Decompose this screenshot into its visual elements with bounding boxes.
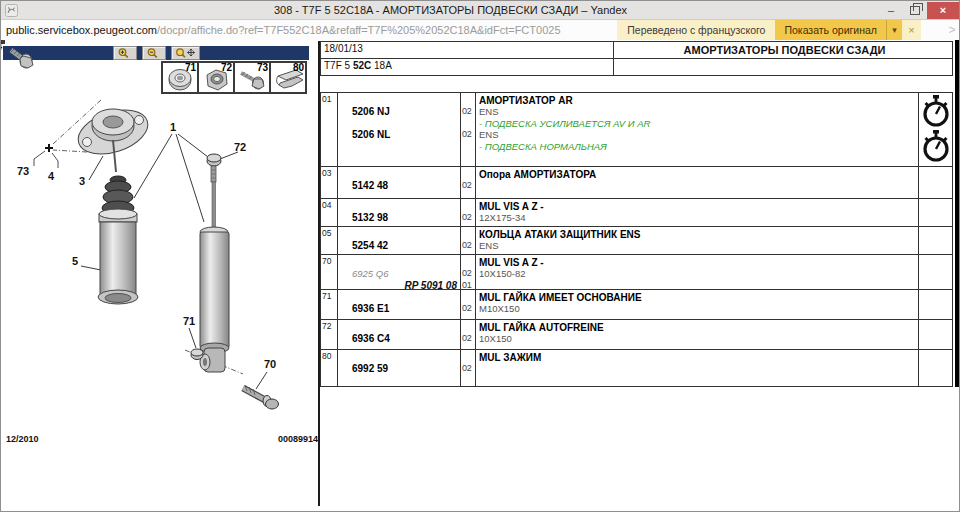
description-line: Опора АМОРТИЗАТОРА	[479, 169, 918, 180]
parts-row[interactable]: 05 5254 42 02КОЛЬЦА АТАКИ ЗАЩИТНИК ENSEN…	[321, 226, 952, 254]
document-header: 18/01/13 АМОРТИЗАТОРЫ ПОДВЕСКИ СЗАДИ T7F…	[320, 41, 953, 76]
diagram-number: 00089914	[278, 434, 318, 444]
address-bar[interactable]: public.servicebox.peugeot.com/docpr/affi…	[1, 20, 959, 41]
translate-dropdown-button[interactable]: ▾	[886, 20, 902, 40]
labor-time-icon[interactable]	[921, 129, 951, 164]
row-number: 80	[321, 350, 338, 386]
document-title: АМОРТИЗАТОРЫ ПОДВЕСКИ СЗАДИ	[613, 42, 952, 58]
description-line: 10X150-82	[479, 268, 918, 279]
parts-row[interactable]: 70 6925 Q6RP 5091 08 0201MUL VIS A Z -10…	[321, 254, 952, 289]
quantity-value	[462, 169, 475, 180]
description-line: ENS	[479, 106, 918, 117]
description-line: MUL VIS A Z -	[479, 257, 918, 268]
row-number: 01	[321, 93, 338, 166]
description-line: АМОРТИЗАТОР AR	[479, 95, 918, 106]
part-number	[352, 257, 460, 268]
row-number: 70	[321, 255, 338, 289]
diagram-callout-3: 3	[79, 176, 85, 187]
part-number-column: 6925 Q6RP 5091 08	[338, 255, 461, 289]
labor-time-icon[interactable]	[921, 94, 951, 129]
quantity-column: 02	[461, 167, 476, 198]
part-number: 5132 98	[352, 212, 460, 223]
quantity-column: 02	[461, 199, 476, 226]
description-line: ENS	[479, 240, 918, 251]
parts-row[interactable]: 71 6936 E1 02MUL ГАЙКА ИМЕЕТ ОСНОВАНИЕM1…	[321, 289, 952, 319]
part-number: 5206 NJ	[352, 106, 460, 117]
diagram-callout-1: 1	[170, 122, 176, 133]
translate-close-button[interactable]: ×	[902, 20, 921, 40]
description-column: MUL VIS A Z -10X150-82	[476, 255, 919, 289]
header-empty-cell	[613, 58, 952, 75]
description-line: MUL ГАЙКА ИМЕЕТ ОСНОВАНИЕ	[479, 292, 918, 303]
parts-row[interactable]: 03 5142 48 02Опора АМОРТИЗАТОРА	[321, 166, 952, 198]
quantity-column: 0201	[461, 255, 476, 289]
diagram-callout-4: 4	[48, 171, 54, 182]
quantity-value	[462, 95, 475, 106]
description-line: ENS	[479, 129, 918, 140]
part-number: 5254 42	[352, 240, 460, 251]
labor-time-column	[919, 199, 952, 226]
description-column: MUL ЗАЖИМ	[476, 350, 919, 386]
parts-document: 18/01/13 АМОРТИЗАТОРЫ ПОДВЕСКИ СЗАДИ T7F…	[318, 40, 960, 511]
description-column: MUL VIS A Z -12X175-34	[476, 199, 919, 226]
part-number-column: 6992 59	[338, 350, 461, 386]
diagram-callout-71: 71	[183, 316, 195, 327]
diagram-callout-5: 5	[72, 256, 78, 267]
description-line: - ПОДВЕСКА НОРМАЛЬНАЯ	[479, 141, 918, 152]
part-number	[352, 141, 460, 152]
part-number: 5142 48	[352, 180, 460, 191]
part-number	[352, 229, 460, 240]
show-original-button[interactable]: Показать оригинал	[775, 20, 886, 40]
page-content: 4 71727380	[1, 40, 959, 511]
labor-time-column	[919, 227, 952, 254]
chevron-down-icon: ▾	[892, 25, 897, 35]
quantity-value: 02	[462, 129, 475, 140]
part-number: 6936 C4	[352, 333, 460, 344]
description-line: MUL ЗАЖИМ	[479, 352, 918, 363]
minimize-button[interactable]: –	[879, 2, 903, 19]
description-column: АМОРТИЗАТОР ARENS- ПОДВЕСКА УСИЛИВАЕТСЯ …	[476, 93, 919, 166]
labor-time-column	[919, 320, 952, 349]
quantity-column: 02	[461, 227, 476, 254]
description-line	[479, 363, 918, 374]
diagram-callout-70: 70	[264, 359, 276, 370]
labor-time-column	[919, 255, 952, 289]
description-column: КОЛЬЦА АТАКИ ЗАЩИТНИК ENSENS	[476, 227, 919, 254]
part-number	[352, 118, 460, 129]
description-column: MUL ГАЙКА AUTOFREINE10X150	[476, 320, 919, 349]
description-line: 10X150	[479, 333, 918, 344]
diagram-panel: 4 71727380	[1, 40, 318, 511]
parts-row[interactable]: 04 5132 98 02MUL VIS A Z -12X175-34	[321, 198, 952, 226]
code-suffix: 18A	[371, 60, 392, 71]
part-number	[352, 322, 460, 333]
expand-arrow-icon[interactable]: >	[945, 20, 959, 40]
close-button[interactable]: ×	[927, 2, 959, 19]
parts-diagram	[1, 40, 318, 512]
description-line: 12X175-34	[479, 212, 918, 223]
reference-cross-mark	[45, 144, 53, 152]
title-bar[interactable]: 308 - T7F 5 52C18A - АМОРТИЗАТОРЫ ПОДВЕС…	[1, 1, 959, 20]
quantity-value: 02	[462, 212, 475, 223]
url-text[interactable]: public.servicebox.peugeot.com/docpr/affi…	[1, 20, 617, 40]
part-number-column: 6936 E1	[338, 290, 461, 319]
quantity-value: 02	[462, 333, 475, 344]
url-path: /docpr/affiche.do?ref=T7F552C18A&refaff=…	[157, 24, 560, 36]
parts-row[interactable]: 01 5206 NJ 5206 NL 02 02 АМОРТИЗАТОР ARE…	[321, 93, 952, 166]
description-column: Опора АМОРТИЗАТОРА	[476, 167, 919, 198]
translate-status: Переведено с французского	[617, 20, 775, 40]
part-number-column: 5206 NJ 5206 NL	[338, 93, 461, 166]
part-number	[352, 352, 460, 363]
part-number-column: 5142 48	[338, 167, 461, 198]
parts-table-body: 01 5206 NJ 5206 NL 02 02 АМОРТИЗАТОР ARE…	[320, 92, 953, 387]
shock-absorber-boot-drawing	[98, 176, 138, 304]
part-number-column: 6936 C4	[338, 320, 461, 349]
restore-button[interactable]	[903, 2, 927, 19]
description-line: M10X150	[479, 303, 918, 314]
description-line: MUL VIS A Z -	[479, 201, 918, 212]
labor-time-column	[919, 93, 952, 166]
diagram-callout-72: 72	[234, 142, 246, 153]
part-number: 6936 E1	[352, 303, 460, 314]
parts-row[interactable]: 72 6936 C4 02MUL ГАЙКА AUTOFREINE10X150	[321, 319, 952, 349]
parts-row[interactable]: 80 6992 59 02MUL ЗАЖИМ	[321, 349, 952, 386]
code-bold: 52C	[353, 60, 371, 71]
